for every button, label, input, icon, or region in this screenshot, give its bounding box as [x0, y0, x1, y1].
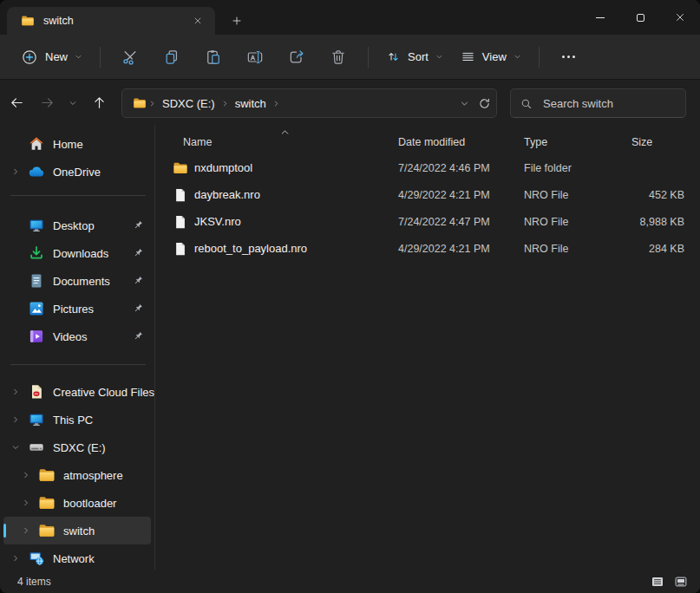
search-box [510, 88, 686, 118]
rename-button[interactable] [238, 42, 272, 73]
sidebar-item-documents[interactable]: Documents [3, 267, 151, 295]
file-date-modified: 7/24/2022 4:46 PM [398, 162, 524, 174]
file-list-header: Name Date modified Type Size [155, 130, 700, 154]
view-icon [461, 49, 475, 64]
chevron-right-icon[interactable] [9, 554, 23, 563]
sidebar-item-desktop[interactable]: Desktop [3, 212, 151, 239]
sidebar-item-bootloader[interactable]: bootloader [3, 489, 151, 517]
details-view-icon [651, 575, 664, 589]
toolbar-divider [100, 47, 101, 68]
back-button[interactable] [3, 89, 30, 117]
folder-icon [133, 96, 147, 110]
sidebar-item-label: bootloader [63, 497, 116, 510]
details-view-button[interactable] [647, 572, 668, 591]
chevron-down-icon [435, 53, 443, 61]
chevron-down-icon[interactable] [9, 443, 23, 452]
column-header-type[interactable]: Type [524, 130, 621, 154]
copy-button[interactable] [154, 42, 189, 73]
column-header-size[interactable]: Size [621, 130, 686, 154]
maximize-icon [637, 14, 644, 22]
chevron-right-icon [148, 100, 156, 108]
sidebar-item-home[interactable]: Home [3, 130, 151, 158]
delete-button[interactable] [321, 42, 356, 73]
chevron-right-icon[interactable] [9, 167, 23, 176]
new-tab-button[interactable] [225, 9, 249, 33]
column-header-date-modified[interactable]: Date modified [398, 130, 524, 154]
sidebar-item-this-pc[interactable]: This PC [3, 406, 151, 433]
tab-close-button[interactable] [187, 10, 208, 31]
large-icons-view-icon [674, 575, 688, 589]
sidebar-item-label: SDXC (E:) [53, 441, 106, 454]
chevron-down-icon [69, 99, 77, 108]
more-icon [562, 55, 575, 58]
sidebar-item-label: OneDrive [53, 166, 101, 179]
file-row-reboot-to-payload-nro[interactable]: reboot_to_payload.nro 4/29/2022 4:21 PM … [155, 235, 700, 262]
toolbar-divider [368, 47, 369, 68]
breadcrumb-drive[interactable]: SDXC (E:) [158, 94, 219, 113]
copy-icon [163, 49, 180, 66]
file-row-nxdumptool[interactable]: nxdumptool 7/24/2022 4:46 PM File folder [155, 154, 700, 181]
breadcrumb-folder[interactable]: switch [231, 94, 271, 113]
sidebar-item-label: Network [53, 552, 95, 565]
toolbar-divider [539, 47, 540, 68]
this-pc-icon [28, 411, 45, 428]
sidebar-item-label: Pictures [53, 303, 94, 316]
file-row-jksv-nro[interactable]: JKSV.nro 7/24/2022 4:47 PM NRO File 8,98… [155, 208, 700, 235]
forward-button[interactable] [33, 89, 61, 117]
creative-cloud-icon [28, 383, 45, 401]
sidebar-divider [10, 195, 146, 196]
home-icon [28, 135, 45, 153]
sidebar-item-pictures[interactable]: Pictures [3, 295, 151, 323]
up-button[interactable] [85, 89, 113, 117]
share-button[interactable] [279, 42, 314, 73]
file-size: 452 KB [621, 189, 686, 201]
videos-icon [28, 328, 45, 345]
rename-icon [246, 49, 264, 66]
drive-icon [28, 439, 45, 456]
chevron-right-icon[interactable] [9, 388, 23, 396]
refresh-icon[interactable] [478, 97, 491, 110]
pin-icon [132, 275, 144, 287]
tab-switch[interactable]: switch [7, 7, 215, 35]
desktop-icon [28, 217, 45, 234]
file-icon [173, 187, 188, 203]
minimize-icon [596, 17, 605, 18]
cut-button[interactable] [113, 42, 147, 73]
recent-locations-button[interactable] [63, 89, 82, 117]
chevron-right-icon[interactable] [9, 415, 23, 424]
file-row-daybreak-nro[interactable]: daybreak.nro 4/29/2022 4:21 PM NRO File … [155, 181, 700, 208]
address-dropdown-icon[interactable] [460, 99, 469, 108]
sidebar-item-downloads[interactable]: Downloads [3, 239, 151, 267]
paste-button[interactable] [196, 42, 231, 73]
sidebar-item-label: switch [63, 525, 95, 538]
sidebar-item-creative-cloud-files[interactable]: Creative Cloud Files [3, 378, 151, 406]
window-controls [580, 0, 700, 35]
maximize-button[interactable] [620, 0, 660, 35]
view-button[interactable]: View [452, 42, 530, 73]
sort-button[interactable]: Sort [377, 42, 452, 73]
new-button[interactable]: New [12, 42, 91, 73]
arrow-up-icon [92, 95, 107, 110]
chevron-right-icon [272, 100, 280, 108]
see-more-button[interactable] [552, 42, 586, 73]
sidebar-item-network[interactable]: Network [3, 544, 151, 570]
sidebar-item-atmosphere[interactable]: atmosphere [3, 461, 151, 489]
sidebar-item-sdxc-e[interactable]: SDXC (E:) [3, 433, 151, 461]
share-icon [288, 49, 305, 66]
chevron-right-icon[interactable] [19, 499, 33, 507]
sidebar-divider [10, 364, 146, 365]
file-size: 8,988 KB [621, 216, 686, 228]
chevron-right-icon[interactable] [19, 526, 33, 535]
tab-bar: switch [0, 0, 700, 35]
minimize-button[interactable] [580, 0, 620, 35]
large-icons-view-button[interactable] [671, 572, 691, 591]
sidebar-item-videos[interactable]: Videos [3, 323, 151, 350]
chevron-right-icon[interactable] [19, 471, 33, 479]
sidebar-item-onedrive[interactable]: OneDrive [3, 158, 151, 186]
close-button[interactable] [660, 0, 700, 35]
sidebar-item-label: Documents [53, 275, 110, 288]
plus-icon [232, 16, 242, 26]
address-bar[interactable]: SDXC (E:) switch [121, 88, 497, 118]
sidebar-item-switch[interactable]: switch [3, 517, 151, 544]
search-input[interactable] [541, 96, 671, 111]
